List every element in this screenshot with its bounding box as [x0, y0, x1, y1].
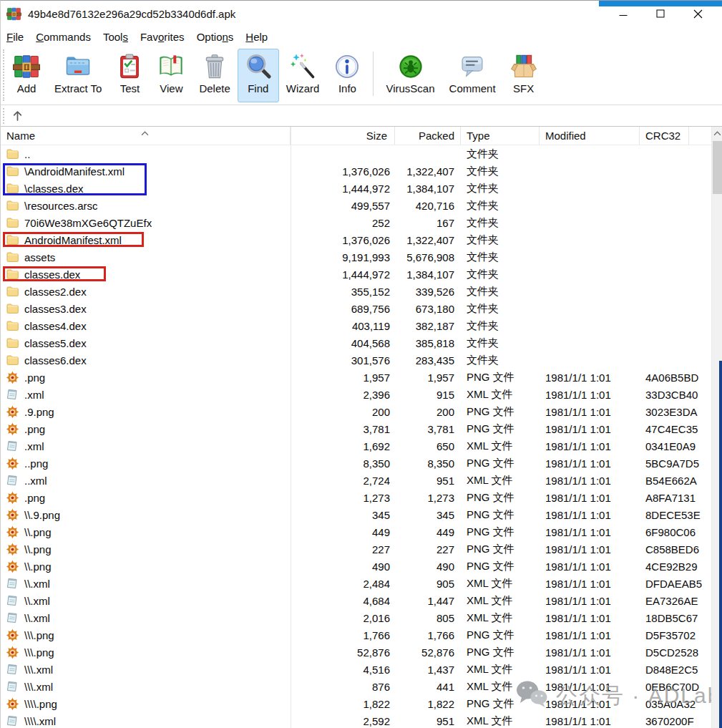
table-row[interactable]: .xml2,396915XML 文件1981/1/1 1:0133D3CB40 — [1, 386, 711, 403]
column-header-name[interactable]: Name — [1, 127, 291, 145]
folder-icon — [6, 216, 19, 229]
table-row[interactable]: .png1,2731,273PNG 文件1981/1/1 1:01A8FA713… — [1, 489, 711, 506]
file-name-cell: classes5.dex — [1, 336, 291, 349]
menu-item-favorites[interactable]: Favorites — [140, 31, 185, 43]
table-row[interactable]: ..png8,3508,350PNG 文件1981/1/1 1:015BC9A7… — [1, 455, 711, 472]
file-name: .. — [24, 148, 30, 160]
file-name: 70i6We38mXGe6QTZuEfx — [24, 217, 152, 229]
file-name: .xml — [24, 389, 44, 401]
table-row[interactable]: \\\\.xml2,592951XML 文件1981/1/1 1:0136702… — [1, 712, 711, 728]
table-row[interactable]: \resources.arsc499,557420,716文件夹 — [1, 197, 711, 214]
toolbar-button-comment[interactable]: Comment — [442, 49, 503, 102]
table-row[interactable]: \\.xml2,016805XML 文件1981/1/1 1:0118DB5C6… — [1, 609, 711, 626]
table-row[interactable]: \\.xml4,6841,447XML 文件1981/1/1 1:01EA732… — [1, 592, 711, 609]
file-packed: 345 — [395, 509, 461, 521]
file-name-cell: \classes.dex — [1, 182, 291, 195]
column-header-size[interactable]: Size — [291, 127, 395, 145]
table-row[interactable]: AndroidManifest.xml1,376,0261,322,407文件夹 — [1, 231, 711, 248]
column-header-modified[interactable]: Modified — [540, 127, 640, 145]
file-modified: 1981/1/1 1:01 — [540, 612, 640, 624]
table-row[interactable]: classes6.dex301,576283,435文件夹 — [1, 351, 711, 369]
table-row[interactable]: \\.png449449PNG 文件1981/1/1 1:016F980C06 — [1, 523, 711, 540]
scrollbar-thumb[interactable] — [713, 141, 722, 194]
up-arrow-button[interactable] — [11, 110, 24, 122]
file-packed: 167 — [395, 217, 461, 229]
toolbar-button-virusscan[interactable]: VirusScan — [379, 49, 442, 102]
table-row[interactable]: classes.dex1,444,9721,384,107文件夹 — [1, 266, 711, 283]
table-row[interactable]: \\.9.png345345PNG 文件1981/1/1 1:018DECE53… — [1, 506, 711, 523]
table-row[interactable]: \\\.png52,87652,876PNG 文件1981/1/1 1:01D5… — [1, 644, 711, 661]
table-row[interactable]: 70i6We38mXGe6QTZuEfx252167文件夹 — [1, 214, 711, 231]
toolbar-button-info[interactable]: Info — [326, 49, 368, 102]
table-row[interactable]: classes5.dex404,568385,818文件夹 — [1, 334, 711, 351]
file-packed: 673,180 — [395, 303, 461, 315]
menu-item-commands[interactable]: Commands — [36, 31, 91, 43]
table-row[interactable]: \classes.dex1,444,9721,384,107文件夹 — [1, 180, 711, 197]
table-row[interactable]: \\\.xml876441XML 文件1981/1/1 1:010EB6C70D — [1, 678, 711, 695]
menu-item-help[interactable]: Help — [245, 31, 268, 43]
table-row[interactable]: classes4.dex403,119382,187文件夹 — [1, 317, 711, 334]
toolbar-button-add[interactable]: Add — [6, 49, 47, 102]
file-name-cell: classes.dex — [1, 268, 291, 281]
file-name: AndroidManifest.xml — [24, 234, 122, 246]
column-header-packed[interactable]: Packed — [395, 127, 461, 145]
scroll-up-icon[interactable] — [712, 127, 722, 140]
column-header-type[interactable]: Type — [461, 127, 540, 145]
menu-item-tools[interactable]: Tools — [103, 31, 128, 43]
file-packed: 339,526 — [395, 286, 461, 298]
column-header-crc32[interactable]: CRC32 — [640, 127, 689, 145]
table-row[interactable]: .9.png200200PNG 文件1981/1/1 1:013023E3DA — [1, 403, 711, 420]
toolbar-button-wizard[interactable]: Wizard — [279, 49, 327, 102]
toolbar-button-delete[interactable]: Delete — [192, 49, 237, 102]
file-crc32: D5CD2528 — [640, 646, 711, 659]
table-row[interactable]: classes3.dex689,756673,180文件夹 — [1, 300, 711, 317]
toolbar-button-extract-to[interactable]: Extract To — [47, 49, 109, 102]
table-row[interactable]: .png1,9571,957PNG 文件1981/1/1 1:014A06B5B… — [1, 369, 711, 386]
file-name: classes4.dex — [24, 320, 87, 332]
table-row[interactable]: \AndroidManifest.xml1,376,0261,322,407文件… — [1, 162, 711, 180]
menu-item-options[interactable]: Options — [197, 31, 234, 43]
file-modified: 1981/1/1 1:01 — [540, 560, 640, 573]
file-packed: 1,447 — [395, 595, 461, 607]
table-row[interactable]: \\\.png1,7661,766PNG 文件1981/1/1 1:01D5F3… — [1, 626, 711, 644]
file-size: 689,756 — [291, 303, 395, 315]
file-size: 4,684 — [291, 595, 395, 607]
file-name-cell: .9.png — [1, 405, 291, 418]
file-size: 1,376,026 — [291, 234, 395, 246]
file-modified: 1981/1/1 1:01 — [540, 372, 640, 384]
file-size: 1,376,026 — [291, 165, 395, 178]
toolbar-button-test[interactable]: Test — [109, 49, 150, 102]
toolbar-button-label: Test — [120, 82, 140, 94]
sfx-box-icon — [510, 52, 537, 82]
toolbar-button-view[interactable]: View — [150, 49, 192, 102]
file-type: 文件夹 — [461, 354, 540, 367]
table-row[interactable]: ..xml2,724951XML 文件1981/1/1 1:01B54E662A — [1, 472, 711, 489]
toolbar-button-find[interactable]: Find — [238, 49, 279, 102]
table-row[interactable]: \\.png490490PNG 文件1981/1/1 1:014CE92B29 — [1, 558, 711, 575]
table-row[interactable]: \\\.xml4,5161,437XML 文件1981/1/1 1:01D848… — [1, 661, 711, 678]
addressbar-gripper[interactable] — [3, 108, 4, 124]
file-name: ..xml — [24, 475, 47, 487]
file-size: 2,396 — [291, 389, 395, 401]
menu-bar: FileCommandsToolsFavoritesOptionsHelp — [1, 26, 722, 47]
file-type: 文件夹 — [461, 233, 540, 247]
info-icon — [333, 52, 361, 82]
table-row[interactable]: .xml1,692650XML 文件1981/1/1 1:010341E0A9 — [1, 437, 711, 455]
table-row[interactable]: \\.png227227PNG 文件1981/1/1 1:01C858BED6 — [1, 540, 711, 558]
table-row[interactable]: ..文件夹 — [1, 145, 711, 162]
toolbar-gripper[interactable] — [3, 49, 4, 101]
table-row[interactable]: assets9,191,9935,676,908文件夹 — [1, 248, 711, 266]
toolbar-button-sfx[interactable]: SFX — [503, 49, 545, 102]
file-name-cell: AndroidManifest.xml — [1, 233, 291, 246]
file-type: PNG 文件 — [461, 457, 540, 470]
table-row[interactable]: .png3,7813,781PNG 文件1981/1/1 1:0147C4EC3… — [1, 420, 711, 437]
table-row[interactable]: classes2.dex355,152339,526文件夹 — [1, 283, 711, 300]
folder-icon — [6, 319, 19, 332]
table-row[interactable]: \\\\.png1,8221,822PNG 文件1981/1/1 1:01035… — [1, 695, 711, 712]
menu-item-file[interactable]: File — [6, 31, 24, 43]
file-packed: 1,384,107 — [395, 268, 461, 281]
table-row[interactable]: \\.xml2,484905XML 文件1981/1/1 1:01DFDAEAB… — [1, 575, 711, 592]
file-name: \resources.arsc — [24, 200, 98, 212]
file-name-cell: \\.xml — [1, 577, 291, 590]
virusscan-bug-icon — [397, 52, 424, 82]
